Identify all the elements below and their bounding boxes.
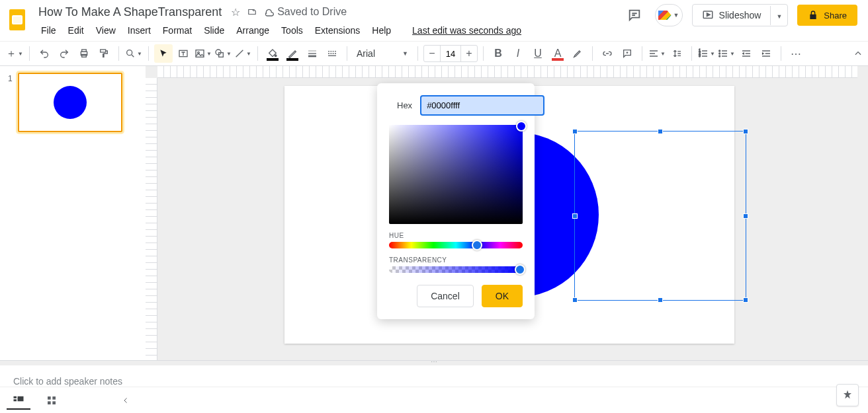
selection-handle[interactable] xyxy=(658,129,663,134)
menu-edit[interactable]: Edit xyxy=(63,22,89,38)
notes-splitter[interactable] xyxy=(0,360,868,365)
hue-slider[interactable] xyxy=(389,242,523,248)
svg-rect-24 xyxy=(48,396,51,400)
border-weight-button[interactable] xyxy=(303,44,322,63)
slideshow-button[interactable]: Slideshow xyxy=(693,5,771,26)
font-family-select[interactable]: Arial▼ xyxy=(353,48,412,59)
numbered-list-button[interactable]: 123▼ xyxy=(697,44,716,63)
selection-handle[interactable] xyxy=(572,129,578,134)
collapse-filmstrip-icon[interactable] xyxy=(122,396,130,404)
transparency-label: TRANSPARENCY xyxy=(389,256,523,264)
svg-rect-7 xyxy=(101,50,106,52)
cancel-button[interactable]: Cancel xyxy=(417,285,474,307)
svg-point-8 xyxy=(127,50,132,56)
undo-button[interactable] xyxy=(35,44,54,63)
line-spacing-button[interactable] xyxy=(668,44,686,63)
ruler-horizontal[interactable] xyxy=(157,66,857,78)
text-color-button[interactable]: A xyxy=(548,44,567,63)
last-edit-link[interactable]: Last edit was seconds ago xyxy=(407,22,527,38)
align-button[interactable]: ▼ xyxy=(648,44,666,63)
menu-format[interactable]: Format xyxy=(157,22,197,38)
saturation-value-picker[interactable] xyxy=(389,125,523,224)
print-button[interactable] xyxy=(75,44,93,63)
ok-button[interactable]: OK xyxy=(482,285,523,307)
border-dash-button[interactable] xyxy=(323,44,341,63)
chevron-down-icon: ▼ xyxy=(673,12,679,19)
select-tool[interactable] xyxy=(154,44,173,63)
star-icon[interactable]: ☆ xyxy=(231,6,240,19)
slideshow-dropdown[interactable]: ▼ xyxy=(770,6,787,25)
more-button[interactable]: ⋯ xyxy=(787,44,805,63)
hex-label: Hex xyxy=(397,100,412,110)
canvas-area[interactable]: Hex HUE TRANSPARENCY Cancel OK xyxy=(146,66,868,360)
explore-button[interactable] xyxy=(836,384,859,406)
document-title[interactable]: How To Make A ShapeTransparent xyxy=(36,4,224,20)
toolbar: ＋▼ ▼ ▼ ▼ ▼ Arial▼ − + B I U A ▼ 123▼ ▼ ⋯ xyxy=(0,41,868,66)
line-tool[interactable]: ▼ xyxy=(234,44,252,63)
decrease-indent-button[interactable] xyxy=(737,44,756,63)
paint-format-button[interactable] xyxy=(95,44,113,63)
comments-icon[interactable] xyxy=(623,4,646,26)
menu-extensions[interactable]: Extensions xyxy=(310,22,365,38)
save-status[interactable]: Saved to Drive xyxy=(264,6,347,18)
collapse-toolbar-icon[interactable] xyxy=(853,49,863,58)
ruler-vertical[interactable] xyxy=(146,78,157,360)
insert-link-button[interactable] xyxy=(598,44,617,63)
redo-button[interactable] xyxy=(55,44,73,63)
shape-tool[interactable]: ▼ xyxy=(214,44,232,63)
transparency-thumb[interactable] xyxy=(515,264,525,275)
bulleted-list-button[interactable]: ▼ xyxy=(717,44,736,63)
selection-box[interactable] xyxy=(574,131,746,301)
add-comment-button[interactable] xyxy=(618,44,636,63)
svg-point-19 xyxy=(719,53,720,54)
svg-rect-10 xyxy=(196,50,204,57)
grid-view-button[interactable] xyxy=(40,391,64,410)
menu-arrange[interactable]: Arrange xyxy=(231,22,275,38)
slides-logo[interactable] xyxy=(4,7,30,33)
filmstrip-view-button[interactable] xyxy=(7,391,30,410)
svg-rect-21 xyxy=(14,396,17,398)
font-size-decrease[interactable]: − xyxy=(424,48,440,59)
menu-help[interactable]: Help xyxy=(367,22,396,38)
selection-handle[interactable] xyxy=(572,297,578,303)
highlight-button[interactable] xyxy=(568,44,587,63)
selection-handle[interactable] xyxy=(658,297,663,303)
svg-point-14 xyxy=(275,55,277,57)
thumb-shape-circle xyxy=(54,86,87,119)
image-tool[interactable]: ▼ xyxy=(194,44,212,63)
menu-slide[interactable]: Slide xyxy=(198,22,230,38)
new-slide-button[interactable]: ＋▼ xyxy=(5,44,24,63)
meet-icon xyxy=(658,11,672,20)
increase-indent-button[interactable] xyxy=(757,44,775,63)
underline-button[interactable]: U xyxy=(529,44,547,63)
fill-color-button[interactable] xyxy=(263,44,282,63)
menu-insert[interactable]: Insert xyxy=(122,22,156,38)
selection-handle[interactable] xyxy=(743,213,748,219)
share-button[interactable]: Share xyxy=(797,5,857,26)
selection-handle[interactable] xyxy=(572,213,578,219)
slide-thumbnail-1[interactable] xyxy=(18,73,122,132)
selection-handle[interactable] xyxy=(743,297,748,303)
footer xyxy=(0,387,868,413)
menu-view[interactable]: View xyxy=(91,22,121,38)
font-size-increase[interactable]: + xyxy=(461,48,477,59)
italic-button[interactable]: I xyxy=(509,44,527,63)
hue-thumb[interactable] xyxy=(472,240,482,250)
menu-tools[interactable]: Tools xyxy=(276,22,308,38)
menubar: File Edit View Insert Format Slide Arran… xyxy=(36,22,527,38)
hex-input[interactable] xyxy=(420,95,544,116)
meet-button[interactable]: ▼ xyxy=(655,4,683,26)
sv-cursor[interactable] xyxy=(516,121,527,131)
font-size-input[interactable] xyxy=(440,46,461,61)
zoom-button[interactable]: ▼ xyxy=(124,44,143,63)
selection-handle[interactable] xyxy=(743,129,748,134)
app-header: How To Make A ShapeTransparent ☆ Saved t… xyxy=(0,0,868,41)
move-icon[interactable] xyxy=(247,7,257,17)
textbox-tool[interactable] xyxy=(174,44,193,63)
bold-button[interactable]: B xyxy=(489,44,507,63)
menu-file[interactable]: File xyxy=(36,22,62,38)
svg-rect-23 xyxy=(18,396,24,401)
transparency-slider[interactable] xyxy=(389,266,523,273)
border-color-button[interactable] xyxy=(283,44,302,63)
svg-rect-1 xyxy=(13,16,22,24)
